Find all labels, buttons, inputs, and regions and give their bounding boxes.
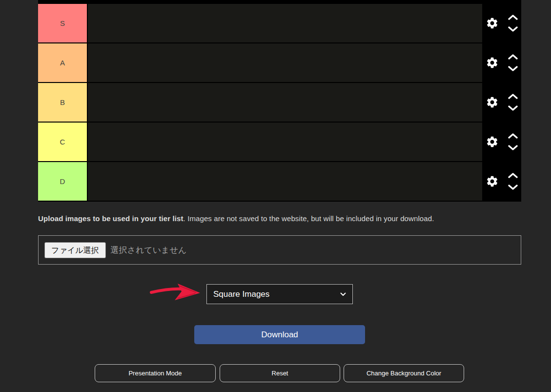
red-arrow-annotation bbox=[145, 281, 214, 305]
upload-instructions-rest: . Images are not saved to the website, b… bbox=[184, 214, 434, 223]
tier-row-c: C bbox=[38, 123, 521, 161]
tier-row-d: D bbox=[38, 162, 521, 201]
image-shape-select[interactable]: Square Images bbox=[206, 284, 353, 304]
tier-label-a[interactable]: A bbox=[38, 43, 87, 82]
tier-label-s[interactable]: S bbox=[38, 4, 87, 42]
tier-list-table: S A bbox=[38, 0, 521, 202]
tier-label-b[interactable]: B bbox=[38, 83, 87, 122]
tier-row-content[interactable] bbox=[88, 43, 482, 82]
upload-instructions: Upload images to be used in your tier li… bbox=[38, 214, 521, 223]
row-reorder-controls bbox=[508, 54, 518, 71]
file-selected-status: 選択されていません bbox=[111, 245, 187, 256]
chevron-down-icon[interactable] bbox=[508, 26, 518, 32]
change-background-color-button[interactable]: Change Background Color bbox=[344, 364, 464, 382]
tier-list-page: S A bbox=[0, 0, 551, 392]
tier-row-controls bbox=[482, 123, 521, 161]
chevron-up-icon[interactable] bbox=[508, 15, 518, 20]
chevron-down-icon bbox=[340, 292, 346, 296]
tier-row-content[interactable] bbox=[88, 162, 482, 201]
gear-icon[interactable] bbox=[486, 56, 499, 69]
chevron-down-icon[interactable] bbox=[508, 185, 518, 190]
tier-row-controls bbox=[482, 43, 521, 82]
row-reorder-controls bbox=[508, 15, 518, 32]
chevron-down-icon[interactable] bbox=[508, 105, 518, 111]
choose-file-button[interactable]: ファイル選択 bbox=[44, 242, 106, 258]
gear-icon[interactable] bbox=[486, 17, 499, 30]
gear-icon[interactable] bbox=[486, 96, 499, 109]
tier-row-s: S bbox=[38, 4, 521, 42]
row-reorder-controls bbox=[508, 94, 518, 111]
tier-label-c[interactable]: C bbox=[38, 123, 87, 161]
chevron-up-icon[interactable] bbox=[508, 173, 518, 178]
tier-label-d[interactable]: D bbox=[38, 162, 87, 201]
image-shape-select-value: Square Images bbox=[213, 289, 340, 299]
gear-icon[interactable] bbox=[486, 135, 499, 148]
tier-row-content[interactable] bbox=[88, 83, 482, 122]
chevron-down-icon[interactable] bbox=[508, 145, 518, 150]
chevron-up-icon[interactable] bbox=[508, 54, 518, 60]
tier-row-content[interactable] bbox=[88, 4, 482, 42]
tier-row-a: A bbox=[38, 43, 521, 82]
chevron-down-icon[interactable] bbox=[508, 66, 518, 71]
chevron-up-icon[interactable] bbox=[508, 94, 518, 99]
tier-row-controls bbox=[482, 162, 521, 201]
reset-button[interactable]: Reset bbox=[220, 364, 340, 382]
tier-row-b: B bbox=[38, 83, 521, 122]
file-upload-input[interactable]: ファイル選択 選択されていません bbox=[38, 235, 521, 265]
tier-row-controls bbox=[482, 4, 521, 42]
row-reorder-controls bbox=[508, 173, 518, 190]
presentation-mode-button[interactable]: Presentation Mode bbox=[95, 364, 216, 382]
upload-instructions-bold: Upload images to be used in your tier li… bbox=[38, 214, 184, 223]
gear-icon[interactable] bbox=[486, 175, 499, 188]
chevron-up-icon[interactable] bbox=[508, 133, 518, 139]
tier-row-content[interactable] bbox=[88, 123, 482, 161]
row-reorder-controls bbox=[508, 133, 518, 150]
tier-row-controls bbox=[482, 83, 521, 122]
download-button[interactable]: Download bbox=[194, 325, 365, 344]
